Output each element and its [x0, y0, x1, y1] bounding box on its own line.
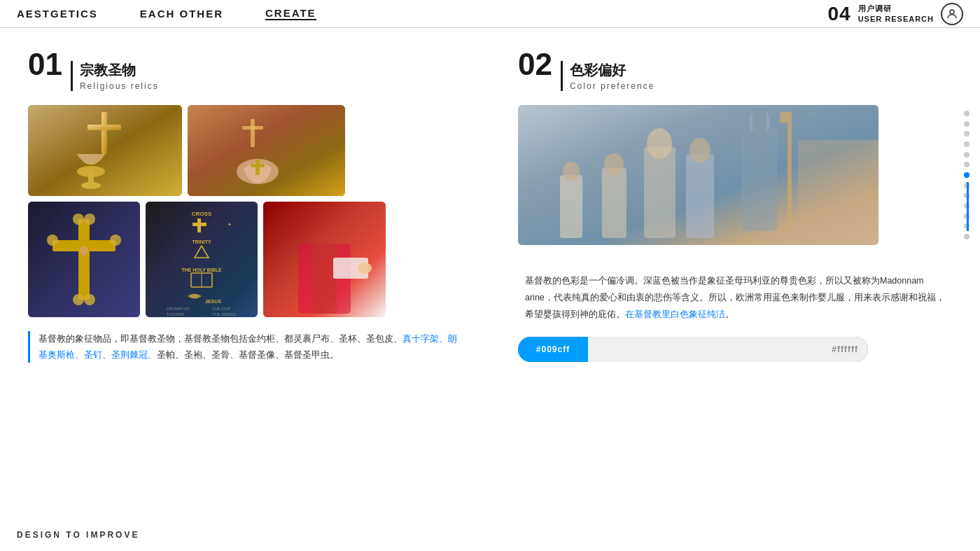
image-3 [28, 202, 140, 317]
right-title-cn: 色彩偏好 [570, 61, 654, 80]
left-section-title: 宗教圣物 Religious relics [71, 61, 159, 91]
image-1 [28, 105, 182, 196]
svg-rect-23 [146, 202, 258, 317]
right-title-en: Color preference [570, 81, 654, 91]
svg-point-22 [84, 294, 95, 305]
right-text-content: 基督教的色彩是一个偏冷调。深蓝色被当作是象征圣母玛利亚的尊贵色彩，所以又被称为M… [525, 276, 945, 319]
svg-rect-26 [192, 223, 206, 226]
page-label-en: USER RESEARCH [858, 14, 934, 25]
nav-dot-13[interactable] [964, 234, 969, 239]
image-row-2: CROSS TRINITY THE HOLY BIBLE ✦ [28, 202, 462, 317]
image-2 [188, 105, 345, 196]
nav-dot-3[interactable] [964, 131, 969, 137]
svg-point-16 [80, 246, 88, 256]
main-content: 01 宗教圣物 Religious relics [0, 28, 980, 551]
color-swatch-blue: #009cff [518, 337, 588, 362]
svg-rect-14 [78, 219, 90, 300]
svg-rect-9 [242, 126, 263, 130]
page-label-cn: 用户调研 [858, 4, 934, 14]
left-section: 01 宗教圣物 Religious relics [0, 28, 490, 551]
color-hex-2: #ffffff [832, 344, 858, 354]
svg-rect-46 [752, 109, 766, 137]
svg-point-0 [950, 10, 954, 14]
svg-point-21 [73, 294, 84, 305]
nav-dot-5[interactable] [964, 152, 969, 158]
right-section-title: 色彩偏好 Color preference [561, 61, 654, 91]
svg-point-49 [647, 128, 672, 159]
footer-label: DESIGN TO IMPROVE [17, 530, 139, 540]
header: AESTGETICS EACH OTHER CREATE 04 用户调研 USE… [0, 0, 980, 28]
svg-text:JESUS: JESUS [205, 299, 221, 304]
svg-point-18 [84, 214, 95, 225]
left-section-title-row: 01 宗教圣物 Religious relics [28, 49, 462, 91]
svg-point-51 [690, 138, 710, 163]
left-desc-text-1: 基督教的象征物品，即基督教圣物，基督教圣物包括金约柜、都灵裹尸布、圣杯、圣包皮、 [38, 334, 402, 344]
svg-text:THE CUP: THE CUP [212, 307, 230, 311]
nav-dot-7[interactable] [964, 172, 969, 178]
svg-rect-40 [312, 244, 337, 314]
nav-dot-1[interactable] [964, 111, 969, 116]
color-hex-1: #009cff [536, 344, 570, 354]
image-4: CROSS TRINITY THE HOLY BIBLE ✦ [146, 202, 258, 317]
nav-accent-line [967, 182, 969, 231]
left-section-number: 01 [28, 49, 62, 80]
svg-rect-56 [798, 140, 878, 245]
nav-item-each-other[interactable]: EACH OTHER [140, 8, 223, 20]
right-section-title-row: 02 色彩偏好 Color preference [518, 49, 952, 91]
svg-text:THE BREAD: THE BREAD [212, 312, 237, 316]
right-image-container [518, 105, 952, 259]
right-text-link[interactable]: 在基督教里白色象征纯洁 [625, 309, 725, 319]
page-number: 04 [827, 3, 850, 25]
svg-point-42 [358, 263, 372, 274]
svg-point-19 [47, 235, 58, 246]
svg-point-53 [604, 153, 624, 176]
header-nav: AESTGETICS EACH OTHER CREATE [17, 7, 316, 20]
color-bar-white: #ffffff [588, 337, 868, 362]
svg-rect-54 [560, 175, 582, 238]
left-description: 基督教的象征物品，即基督教圣物，基督教圣物包括金约柜、都灵裹尸布、圣杯、圣包皮、… [28, 331, 462, 363]
right-section: 02 色彩偏好 Color preference [490, 28, 980, 551]
svg-rect-8 [251, 119, 255, 147]
avatar[interactable] [941, 3, 963, 25]
svg-rect-2 [102, 112, 107, 154]
nav-dot-6[interactable] [964, 162, 969, 167]
right-main-image [518, 105, 878, 245]
svg-point-6 [81, 182, 101, 189]
header-right: 04 用户调研 USER RESEARCH [827, 0, 963, 28]
nav-item-aestgetics[interactable]: AESTGETICS [17, 8, 98, 20]
svg-rect-52 [602, 168, 626, 238]
color-palette: #009cff #ffffff [518, 337, 868, 362]
svg-rect-12 [251, 164, 265, 167]
svg-rect-50 [686, 154, 714, 238]
svg-rect-47 [788, 112, 792, 231]
svg-rect-3 [88, 125, 121, 130]
svg-text:THE HOLY BIBLE: THE HOLY BIBLE [181, 267, 222, 272]
svg-text:THORNS: THORNS [167, 312, 184, 316]
nav-dot-4[interactable] [964, 141, 969, 147]
svg-point-55 [563, 162, 580, 181]
nav-item-create[interactable]: CREATE [265, 7, 316, 20]
right-section-number: 02 [518, 49, 552, 80]
nav-dot-2[interactable] [964, 121, 969, 127]
svg-point-17 [73, 214, 84, 225]
left-title-cn: 宗教圣物 [80, 61, 159, 80]
right-body-text: 基督教的色彩是一个偏冷调。深蓝色被当作是象征圣母玛利亚的尊贵色彩，所以又被称为M… [518, 273, 952, 323]
image-row-1 [28, 105, 462, 196]
left-title-en: Religious relics [80, 81, 159, 91]
svg-text:TRINITY: TRINITY [192, 239, 211, 244]
left-desc-text-2: 圣帕、圣袍、圣骨、基督圣像、基督圣甲虫。 [157, 350, 339, 360]
svg-text:CROSS: CROSS [192, 211, 212, 217]
image-5 [263, 202, 386, 317]
svg-rect-48 [644, 147, 676, 238]
image-grid: CROSS TRINITY THE HOLY BIBLE ✦ [28, 105, 462, 317]
footer: DESIGN TO IMPROVE [17, 530, 139, 540]
page-label: 用户调研 USER RESEARCH [858, 4, 934, 25]
svg-rect-44 [742, 126, 777, 231]
svg-point-20 [110, 235, 121, 246]
svg-text:✦: ✦ [227, 222, 232, 227]
svg-text:CROWN OF: CROWN OF [167, 307, 190, 311]
